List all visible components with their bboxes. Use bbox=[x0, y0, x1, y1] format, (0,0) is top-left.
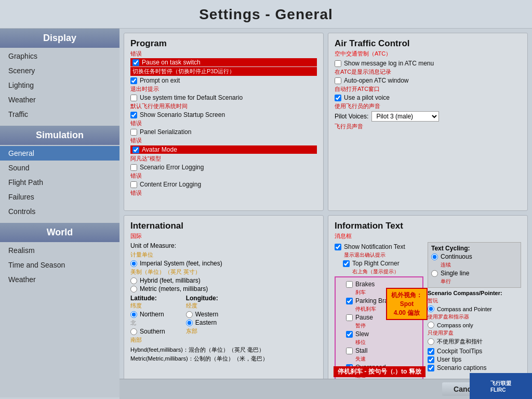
no-compass-radio[interactable] bbox=[428, 338, 434, 345]
program-panel: Program 错误 Pause on task switch 切换任务时暂停（… bbox=[124, 33, 324, 211]
scenario-captions-checkbox[interactable] bbox=[428, 365, 434, 371]
metric-radio[interactable] bbox=[130, 286, 137, 292]
user-tips-checkbox[interactable] bbox=[428, 356, 434, 363]
unit-cn: 计量单位 bbox=[130, 251, 317, 259]
singleline-radio[interactable] bbox=[431, 270, 438, 277]
cockpit-tips-checkbox[interactable] bbox=[428, 348, 434, 355]
red4: 错误 bbox=[130, 189, 317, 197]
autoopen-cn: 自动打开ATC窗口 bbox=[335, 85, 521, 93]
brakes-checkbox[interactable] bbox=[346, 281, 353, 288]
latitude-cn: 纬度 bbox=[130, 302, 165, 310]
sidebar-section-world: World bbox=[0, 223, 119, 242]
usepilot-checkbox[interactable] bbox=[335, 95, 341, 101]
compass-only-row: Compass only bbox=[428, 322, 521, 328]
sidebar-item-weather[interactable]: Weather bbox=[0, 92, 119, 107]
continuous-radio[interactable] bbox=[431, 254, 438, 260]
usepilot-row: Use a pilot voice bbox=[335, 94, 521, 101]
text-cycling-box: Text Cycling: Continuous 连续 Single line bbox=[428, 242, 521, 288]
sidebar-item-sound[interactable]: Sound bbox=[0, 161, 119, 175]
contenterr-row: Content Error Logging bbox=[130, 181, 317, 188]
bottom-bar: Cancel OK 飞行联盟FLIRC bbox=[119, 379, 532, 399]
header-title: Settings - General bbox=[199, 6, 333, 22]
infotext-panel: Information Text 消息框 Show Notification T… bbox=[328, 215, 528, 393]
stall-row: Stall bbox=[346, 347, 420, 354]
pause-cn-row: 切换任务时暂停（切换时停止P3D运行） bbox=[130, 67, 317, 76]
sidebar-item-traffic[interactable]: Traffic bbox=[0, 107, 119, 122]
unit-label: Unit of Measure: bbox=[130, 242, 317, 249]
panelserial-row: Panel Serialization bbox=[130, 128, 317, 136]
sidebar-item-realism[interactable]: Realism bbox=[0, 243, 119, 258]
usesystime-cn: 默认飞行使用系统时间 bbox=[130, 102, 317, 110]
eastern-radio[interactable] bbox=[186, 320, 193, 326]
hybrid-radio[interactable] bbox=[130, 277, 137, 284]
imperial-radio[interactable] bbox=[130, 260, 137, 267]
sidebar-item-scenery[interactable]: Scenery bbox=[0, 63, 119, 78]
sidebar-item-lighting[interactable]: Lighting bbox=[0, 78, 119, 92]
logo: 飞行联盟FLIRC bbox=[470, 373, 532, 399]
intl-title-cn: 国际 bbox=[130, 232, 317, 240]
sidebar-item-flightpath[interactable]: Flight Path bbox=[0, 175, 119, 190]
infotext-right: Text Cycling: Continuous 连续 Single line bbox=[428, 242, 521, 393]
northern-radio[interactable] bbox=[130, 311, 137, 318]
usesystime-row: Use system time for Default Scenario bbox=[130, 94, 317, 101]
pilotvoices-select[interactable]: Pilot 3 (male) bbox=[371, 111, 439, 122]
sidebar: Display Graphics Scenery Lighting Weathe… bbox=[0, 29, 119, 397]
compass-pointer-radio[interactable] bbox=[428, 305, 434, 312]
compass-only-radio[interactable] bbox=[428, 322, 434, 328]
atc-title-cn: 空中交通管制（ATC） bbox=[335, 50, 521, 58]
shownotif-checkbox[interactable] bbox=[335, 244, 341, 250]
stall-checkbox[interactable] bbox=[346, 348, 353, 354]
sidebar-item-general[interactable]: General bbox=[0, 146, 119, 161]
sidebar-section-display: Display bbox=[0, 29, 119, 48]
showmsg-cn: 在ATC是显示消息记录 bbox=[335, 68, 521, 76]
pause-highlighted-row: Pause on task switch bbox=[130, 58, 317, 66]
northern-row: Northern bbox=[130, 311, 165, 318]
contenterr-checkbox[interactable] bbox=[130, 181, 137, 188]
shownotif-row: Show Notification Text bbox=[335, 243, 423, 250]
main-layout: Display Graphics Scenery Lighting Weathe… bbox=[0, 29, 532, 397]
slew-checkbox[interactable] bbox=[346, 331, 353, 338]
longitude-cn: 经度 bbox=[186, 302, 218, 310]
infotext-title-cn: 消息框 bbox=[335, 232, 521, 240]
avatar-checkbox[interactable] bbox=[132, 147, 139, 153]
prompt-checkbox[interactable] bbox=[130, 77, 137, 84]
showmsg-checkbox[interactable] bbox=[335, 60, 341, 67]
panelserial-checkbox[interactable] bbox=[130, 129, 137, 136]
red3: 错误 bbox=[130, 172, 317, 180]
sidebar-item-graphics[interactable]: Graphics bbox=[0, 49, 119, 63]
pilotvoices-cn: 飞行员声音 bbox=[335, 123, 521, 130]
international-panel: International 国际 Unit of Measure: 计量单位 I… bbox=[124, 215, 324, 393]
parking-checkbox[interactable] bbox=[346, 298, 353, 304]
parking-row: Parking Brakes bbox=[346, 297, 420, 304]
no-compass-row: 不使用罗盘和指针 bbox=[428, 338, 521, 345]
avatar-row: Avatar Mode bbox=[130, 145, 317, 154]
scenarioerr-checkbox[interactable] bbox=[130, 164, 137, 171]
hybrid-row: Hybrid (feet, millibars) bbox=[130, 277, 317, 284]
pause2-row: Pause bbox=[346, 314, 420, 321]
western-radio[interactable] bbox=[186, 311, 193, 318]
parking-annotation: 停机刹车 - 按句号（.）to 释放 bbox=[334, 366, 425, 377]
red1: 错误 bbox=[130, 119, 317, 127]
showscenario-checkbox[interactable] bbox=[130, 112, 137, 118]
sidebar-section-simulation: Simulation bbox=[0, 126, 119, 145]
southern-radio[interactable] bbox=[130, 328, 137, 335]
pause2-checkbox[interactable] bbox=[346, 314, 353, 321]
slew-row: Slew bbox=[346, 330, 420, 338]
cockpit-tips-row: Cockpit ToolTips User tips Scenario capt… bbox=[428, 348, 521, 371]
sidebar-item-weather2[interactable]: Weather bbox=[0, 272, 119, 287]
latitude-col: Latitude: 纬度 Northern 北 Southern bbox=[130, 295, 165, 344]
content-area: Program 错误 Pause on task switch 切换任务时暂停（… bbox=[119, 29, 532, 397]
sidebar-item-controls[interactable]: Controls bbox=[0, 204, 119, 219]
topright-checkbox[interactable] bbox=[343, 260, 350, 267]
usesystime-checkbox[interactable] bbox=[130, 95, 137, 101]
pause-checkbox[interactable] bbox=[132, 59, 139, 66]
sidebar-divider-2 bbox=[0, 219, 119, 223]
autoopen-checkbox[interactable] bbox=[335, 77, 341, 84]
page-title: Settings - General bbox=[0, 0, 532, 29]
sidebar-item-failures[interactable]: Failures bbox=[0, 190, 119, 204]
avatar-cn: 阿凡达"模型 bbox=[130, 155, 317, 163]
western-row: Western bbox=[186, 311, 218, 318]
compass-pointer-row: Compass and Pointer bbox=[428, 305, 521, 312]
sidebar-item-timeseason[interactable]: Time and Season bbox=[0, 258, 119, 272]
program-title: Program bbox=[130, 38, 317, 49]
